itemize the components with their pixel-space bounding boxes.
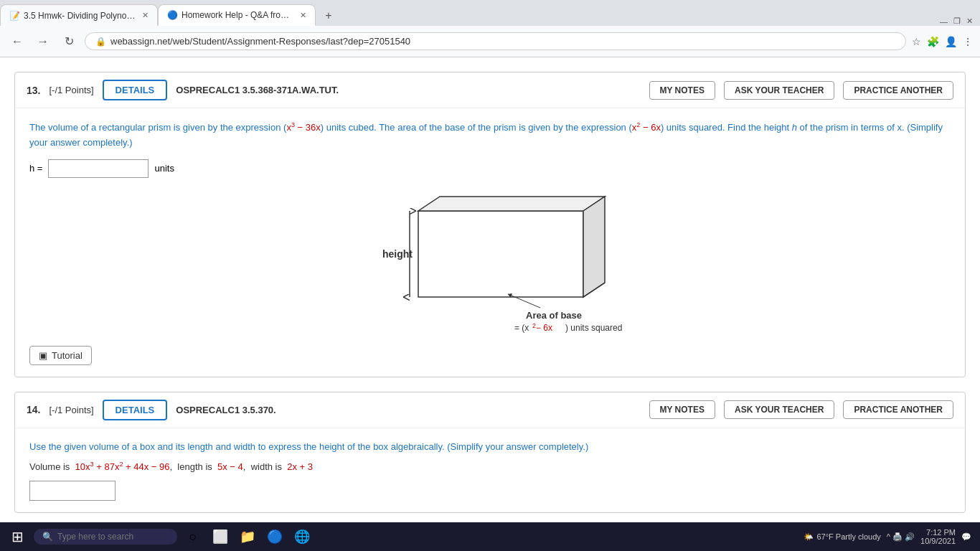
back-button[interactable]: ← (7, 32, 27, 52)
q13-points: [-/1 Points] (49, 85, 93, 95)
q14-number: 14. (27, 404, 40, 415)
svg-text:height: height (382, 248, 413, 260)
search-icon: 🔍 (42, 532, 53, 542)
close-icon[interactable]: ✕ (966, 17, 973, 26)
forward-button[interactable]: → (33, 32, 53, 52)
q14-practice-another-button[interactable]: PRACTICE ANOTHER (843, 400, 953, 419)
q13-tutorial-button[interactable]: ▣ Tutorial (29, 346, 92, 365)
taskbar-edge[interactable]: 🌐 (291, 525, 314, 548)
svg-marker-2 (583, 197, 605, 297)
tab1-label: 3.5 Hmwk- Dividing Polynomials (24, 11, 138, 21)
minimize-icon[interactable]: — (940, 17, 948, 26)
tab2-close[interactable]: ✕ (300, 11, 306, 20)
q13-practice-another-button[interactable]: PRACTICE ANOTHER (843, 81, 953, 100)
question-14-header: 14. [-/1 Points] DETAILS OSPRECALC1 3.5.… (15, 392, 965, 428)
taskbar-center: ○ ⬜ 📁 🔵 🌐 (182, 525, 314, 548)
svg-rect-0 (418, 211, 583, 297)
svg-text:Area of base: Area of base (526, 310, 582, 321)
clock-time: 7:12 PM (920, 528, 956, 537)
q14-formula-row: Volume is 10x3 + 87x2 + 44x − 96, length… (29, 461, 951, 472)
notification-icon[interactable]: 💬 (961, 532, 971, 542)
q14-volume: 10x3 + 87x2 + 44x − 96 (75, 461, 170, 472)
q13-units-label: units (154, 163, 174, 174)
restore-icon[interactable]: ❐ (953, 17, 961, 26)
profile-icon[interactable]: 👤 (945, 36, 957, 47)
q14-question-text: Use the given volume of a box and its le… (29, 440, 951, 455)
address-text: webassign.net/web/Student/Assignment-Res… (110, 36, 895, 47)
nav-bar: ← → ↻ 🔒 webassign.net/web/Student/Assign… (0, 26, 980, 57)
q13-answer-label: h = (29, 163, 42, 174)
q14-length: 5x − 4 (217, 461, 243, 472)
taskbar-taskview[interactable]: ⬜ (209, 525, 232, 548)
q13-number: 13. (27, 85, 40, 96)
q13-ask-teacher-button[interactable]: ASK YOUR TEACHER (724, 81, 834, 100)
taskbar-explorer[interactable]: 📁 (236, 525, 259, 548)
clock: 7:12 PM 10/9/2021 (920, 528, 956, 545)
question-13-header: 13. [-/1 Points] DETAILS OSPRECALC1 3.5.… (15, 72, 965, 108)
menu-icon[interactable]: ⋮ (963, 36, 973, 47)
taskbar-chrome[interactable]: 🔵 (263, 525, 286, 548)
weather-text: 67°F Partly cloudy (816, 532, 880, 541)
question-13-block: 13. [-/1 Points] DETAILS OSPRECALC1 3.5.… (14, 72, 966, 377)
weather-info: 🌤️ 67°F Partly cloudy (804, 532, 880, 542)
q13-diagram: height Area of base (58, 189, 951, 333)
svg-text:) units squared: ) units squared (565, 323, 622, 333)
weather-icon: 🌤️ (804, 532, 814, 542)
taskbar: ⊞ 🔍 ○ ⬜ 📁 🔵 🌐 🌤️ 67°F Partly cloudy ^ 🖨️… (0, 522, 980, 551)
q14-ask-teacher-button[interactable]: ASK YOUR TEACHER (724, 400, 834, 419)
q14-my-notes-button[interactable]: MY NOTES (649, 400, 715, 419)
tutorial-icon: ▣ (39, 350, 47, 361)
search-bar[interactable]: 🔍 (34, 529, 177, 545)
tab-2[interactable]: 🔵 Homework Help - Q&A from On... ✕ (158, 4, 316, 26)
tab1-close[interactable]: ✕ (142, 11, 149, 20)
clock-date: 10/9/2021 (920, 537, 956, 545)
new-tab-button[interactable]: + (319, 6, 339, 26)
q13-my-notes-button[interactable]: MY NOTES (649, 81, 715, 100)
q13-details-button[interactable]: DETAILS (103, 80, 168, 100)
svg-marker-1 (418, 197, 605, 211)
address-bar[interactable]: 🔒 webassign.net/web/Student/Assignment-R… (85, 32, 906, 50)
tab2-label: Homework Help - Q&A from On... (182, 10, 296, 20)
q13-answer-row: h = units (29, 159, 951, 178)
q14-details-button[interactable]: DETAILS (103, 400, 168, 420)
tutorial-label: Tutorial (52, 350, 83, 361)
question-14-block: 14. [-/1 Points] DETAILS OSPRECALC1 3.5.… (14, 392, 966, 513)
secure-icon: 🔒 (95, 37, 106, 47)
q14-points: [-/1 Points] (49, 405, 93, 415)
q14-answer-input[interactable] (29, 481, 116, 501)
tab2-icon: 🔵 (167, 10, 177, 20)
svg-text:= (x: = (x (514, 323, 529, 333)
q13-code: OSPRECALC1 3.5.368-371A.WA.TUT. (176, 85, 640, 95)
q14-code: OSPRECALC1 3.5.370. (176, 405, 640, 415)
browser-window: 📝 3.5 Hmwk- Dividing Polynomials ✕ 🔵 Hom… (0, 0, 980, 551)
tab1-icon: 📝 (9, 11, 19, 21)
extensions-icon[interactable]: 🧩 (927, 36, 939, 47)
q14-width: 2x + 3 (287, 461, 313, 472)
q13-question-text: The volume of a rectangular prism is giv… (29, 120, 951, 151)
q13-answer-input[interactable] (48, 159, 149, 178)
question-13-body: The volume of a rectangular prism is giv… (15, 108, 965, 377)
start-button[interactable]: ⊞ (6, 525, 29, 548)
prism-diagram: height Area of base (347, 189, 662, 333)
tab-bar: 📝 3.5 Hmwk- Dividing Polynomials ✕ 🔵 Hom… (0, 0, 980, 26)
nav-actions: ☆ 🧩 👤 ⋮ (912, 36, 973, 47)
search-input[interactable] (57, 532, 169, 542)
scrollable-area: 13. [-/1 Points] DETAILS OSPRECALC1 3.5.… (0, 57, 980, 522)
taskbar-system: 🌤️ 67°F Partly cloudy ^ 🖨️ 🔊 7:12 PM 10/… (804, 528, 974, 545)
window-controls: — ❐ ✕ (940, 17, 980, 26)
bookmark-icon[interactable]: ☆ (912, 36, 921, 47)
reload-button[interactable]: ↻ (59, 32, 79, 52)
question-14-body: Use the given volume of a box and its le… (15, 428, 965, 512)
page-content: 13. [-/1 Points] DETAILS OSPRECALC1 3.5.… (0, 57, 980, 522)
tab-1[interactable]: 📝 3.5 Hmwk- Dividing Polynomials ✕ (0, 4, 158, 26)
taskbar-cortana[interactable]: ○ (182, 525, 204, 548)
svg-text:− 6x: − 6x (536, 323, 552, 333)
system-icons: ^ 🖨️ 🔊 (887, 532, 915, 542)
